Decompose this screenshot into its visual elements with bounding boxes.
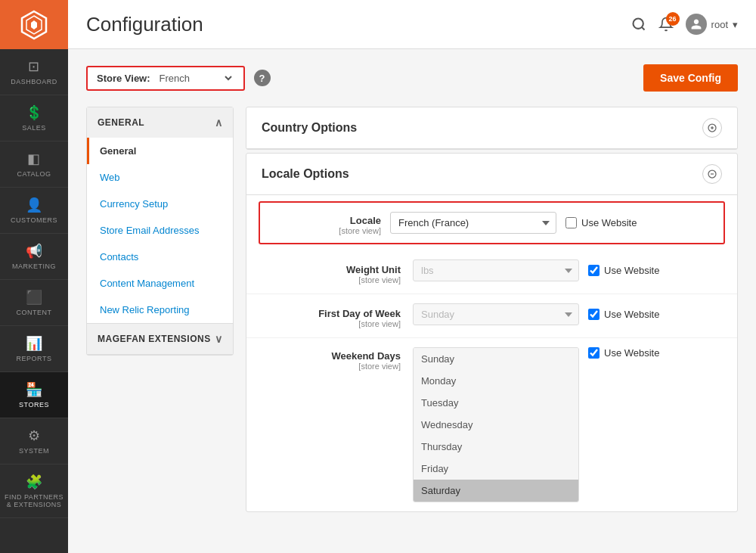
svg-line-1 xyxy=(641,27,644,30)
day-option-friday[interactable]: Friday xyxy=(414,458,578,480)
locale-options-section: Locale Options Locale [store v xyxy=(246,153,738,512)
top-header: Configuration 26 root ▾ xyxy=(68,0,756,49)
sidebar-item-catalog[interactable]: ◧ CATALOG xyxy=(0,141,68,188)
first-day-of-week-label: First Day of Week [store view] xyxy=(262,303,413,328)
locale-options-header[interactable]: Locale Options xyxy=(246,154,737,195)
svg-point-0 xyxy=(633,19,643,29)
store-view-bar: Store View: French Default Config Englis… xyxy=(86,64,738,92)
weekend-days-label: Weekend Days [store view] xyxy=(262,347,413,371)
left-panel-item-web[interactable]: Web xyxy=(87,164,233,191)
weekend-days-control: Sunday Monday Tuesday Wednesday Thursday… xyxy=(413,347,722,502)
first-day-use-website: Use Website xyxy=(588,309,659,320)
left-panel-item-content-management[interactable]: Content Management xyxy=(87,270,233,297)
weight-unit-control: lbs kgs Use Website xyxy=(413,259,722,281)
sidebar-item-dashboard[interactable]: ⊡ DASHBOARD xyxy=(0,49,68,95)
weight-unit-label: Weight Unit [store view] xyxy=(262,259,413,284)
search-button[interactable] xyxy=(631,17,646,32)
country-options-section: Country Options xyxy=(246,107,738,150)
country-options-header[interactable]: Country Options xyxy=(246,107,737,149)
notifications-button[interactable]: 26 xyxy=(658,17,674,32)
use-website-label: Use Website xyxy=(604,347,659,359)
sidebar-item-stores[interactable]: 🏪 STORES xyxy=(0,372,68,418)
day-option-wednesday[interactable]: Wednesday xyxy=(414,414,578,436)
page-title: Configuration xyxy=(86,13,203,36)
first-day-of-week-row: First Day of Week [store view] Sunday Mo… xyxy=(246,294,737,338)
locale-label-sub: [store view] xyxy=(269,226,381,235)
weekend-days-use-website: Use Website xyxy=(588,347,659,359)
country-options-title: Country Options xyxy=(262,121,357,135)
reports-icon: 📊 xyxy=(26,335,43,352)
sidebar-item-marketing[interactable]: 📢 MARKETING xyxy=(0,234,68,280)
weekend-days-label-sub: [store view] xyxy=(262,362,401,371)
sidebar-item-reports[interactable]: 📊 REPORTS xyxy=(0,326,68,372)
locale-control: French (France) English (United States) … xyxy=(390,212,637,234)
left-panel-item-currency-setup[interactable]: Currency Setup xyxy=(87,191,233,217)
sidebar-item-label: CUSTOMERS xyxy=(11,216,57,224)
content-icon: ⬛ xyxy=(26,289,43,306)
sidebar-item-label: DASHBOARD xyxy=(11,78,57,85)
sidebar-item-sales[interactable]: 💲 SALES xyxy=(0,95,68,141)
store-view-select[interactable]: French Default Config English German xyxy=(156,72,234,85)
left-panel-section-magefan: MAGEFAN EXTENSIONS ∨ xyxy=(87,324,233,355)
country-options-toggle[interactable] xyxy=(702,118,722,138)
search-icon xyxy=(631,17,646,32)
day-option-tuesday[interactable]: Tuesday xyxy=(414,392,578,414)
left-panel-items: General Web Currency Setup Store Email A… xyxy=(87,138,233,323)
save-config-button[interactable]: Save Config xyxy=(643,64,738,92)
sidebar-item-label: STORES xyxy=(19,401,49,409)
first-day-select[interactable]: Sunday Monday Tuesday Wednesday Thursday… xyxy=(413,303,579,325)
first-day-label-sub: [store view] xyxy=(262,319,401,328)
expand-icon xyxy=(708,123,717,132)
user-menu[interactable]: root ▾ xyxy=(686,14,738,35)
left-panel-item-new-relic[interactable]: New Relic Reporting xyxy=(87,297,233,323)
weekend-days-row: Weekend Days [store view] Sunday Monday … xyxy=(246,338,737,511)
left-panel-item-general[interactable]: General xyxy=(87,138,233,164)
sales-icon: 💲 xyxy=(26,104,43,121)
use-website-label: Use Website xyxy=(604,265,659,276)
right-panel: Country Options Locale Options xyxy=(246,107,738,515)
day-option-thursday[interactable]: Thursday xyxy=(414,436,578,458)
chevron-down-icon: ∨ xyxy=(215,333,223,345)
store-view-label: Store View: xyxy=(97,73,150,84)
locale-use-website-checkbox[interactable] xyxy=(565,217,577,228)
weight-unit-use-website: Use Website xyxy=(588,265,659,276)
day-option-sunday[interactable]: Sunday xyxy=(414,348,578,370)
locale-options-toggle[interactable] xyxy=(702,164,722,184)
help-icon[interactable]: ? xyxy=(254,70,271,86)
sidebar-item-customers[interactable]: 👤 CUSTOMERS xyxy=(0,188,68,234)
extensions-icon: 🧩 xyxy=(26,474,43,490)
weight-unit-select[interactable]: lbs kgs xyxy=(413,259,579,281)
customers-icon: 👤 xyxy=(26,197,43,213)
weight-unit-use-website-checkbox[interactable] xyxy=(588,265,600,276)
sidebar-item-system[interactable]: ⚙ SYSTEM xyxy=(0,418,68,464)
locale-label: Locale [store view] xyxy=(269,210,390,235)
store-view-selector: Store View: French Default Config Englis… xyxy=(86,66,245,91)
weekend-days-multiselect[interactable]: Sunday Monday Tuesday Wednesday Thursday… xyxy=(413,347,579,502)
locale-options-title: Locale Options xyxy=(262,167,349,181)
use-website-label: Use Website xyxy=(604,309,659,320)
locale-label-text: Locale xyxy=(269,215,381,226)
left-panel-item-store-email[interactable]: Store Email Addresses xyxy=(87,217,233,244)
left-panel-section-title: GENERAL xyxy=(98,117,144,128)
day-option-monday[interactable]: Monday xyxy=(414,370,578,392)
left-panel-header-magefan[interactable]: MAGEFAN EXTENSIONS ∨ xyxy=(87,324,233,354)
left-panel-header-general[interactable]: GENERAL ∧ xyxy=(87,107,233,138)
header-actions: 26 root ▾ xyxy=(631,14,738,35)
sidebar-item-extensions[interactable]: 🧩 FIND PARTNERS & EXTENSIONS xyxy=(0,464,68,518)
content-area: Store View: French Default Config Englis… xyxy=(68,49,756,553)
sidebar-item-content[interactable]: ⬛ CONTENT xyxy=(0,280,68,326)
weekend-days-use-website-checkbox[interactable] xyxy=(588,347,600,359)
first-day-use-website-checkbox[interactable] xyxy=(588,309,600,320)
system-icon: ⚙ xyxy=(28,427,41,444)
weekend-days-label-text: Weekend Days xyxy=(262,350,401,362)
stores-icon: 🏪 xyxy=(26,381,43,398)
logo[interactable] xyxy=(0,0,68,49)
left-panel-section-title: MAGEFAN EXTENSIONS xyxy=(98,334,211,344)
avatar xyxy=(686,14,707,35)
day-option-saturday[interactable]: Saturday xyxy=(414,480,578,502)
first-day-label-text: First Day of Week xyxy=(262,308,401,319)
left-panel-item-contacts[interactable]: Contacts xyxy=(87,244,233,270)
user-name: root xyxy=(711,19,728,30)
locale-select[interactable]: French (France) English (United States) … xyxy=(390,212,556,234)
weight-unit-row: Weight Unit [store view] lbs kgs xyxy=(246,250,737,294)
